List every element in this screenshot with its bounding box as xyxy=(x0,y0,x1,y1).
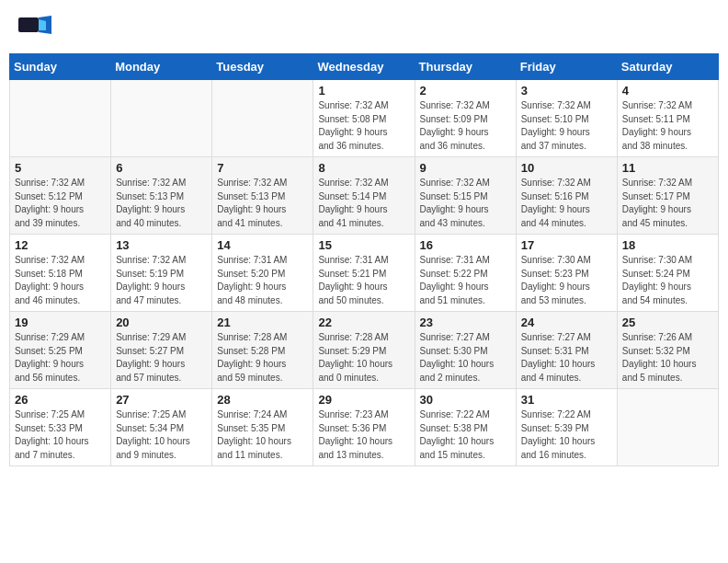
day-number: 5 xyxy=(15,161,106,175)
day-number: 7 xyxy=(217,161,308,175)
day-info: Sunrise: 7:23 AM Sunset: 5:36 PM Dayligh… xyxy=(318,408,409,462)
day-info: Sunrise: 7:32 AM Sunset: 5:19 PM Dayligh… xyxy=(116,254,207,307)
day-number: 22 xyxy=(318,316,409,329)
day-number: 19 xyxy=(15,316,106,329)
day-info: Sunrise: 7:31 AM Sunset: 5:21 PM Dayligh… xyxy=(318,254,409,307)
day-number: 2 xyxy=(420,84,511,98)
day-info: Sunrise: 7:32 AM Sunset: 5:13 PM Dayligh… xyxy=(217,177,308,230)
calendar-cell: 20Sunrise: 7:29 AM Sunset: 5:27 PM Dayli… xyxy=(111,312,212,389)
day-number: 8 xyxy=(318,161,409,175)
day-info: Sunrise: 7:32 AM Sunset: 5:12 PM Dayligh… xyxy=(15,177,106,230)
day-info: Sunrise: 7:32 AM Sunset: 5:08 PM Dayligh… xyxy=(318,99,409,153)
calendar-cell: 14Sunrise: 7:31 AM Sunset: 5:20 PM Dayli… xyxy=(212,235,313,312)
day-number: 15 xyxy=(318,238,409,252)
day-number: 1 xyxy=(318,84,409,98)
day-info: Sunrise: 7:32 AM Sunset: 5:17 PM Dayligh… xyxy=(622,177,713,230)
day-info: Sunrise: 7:28 AM Sunset: 5:28 PM Dayligh… xyxy=(217,331,308,385)
day-info: Sunrise: 7:30 AM Sunset: 5:24 PM Dayligh… xyxy=(622,254,713,307)
day-info: Sunrise: 7:32 AM Sunset: 5:10 PM Dayligh… xyxy=(521,99,612,153)
day-number: 27 xyxy=(116,393,207,407)
calendar-cell: 26Sunrise: 7:25 AM Sunset: 5:33 PM Dayli… xyxy=(10,389,111,466)
day-info: Sunrise: 7:26 AM Sunset: 5:32 PM Dayligh… xyxy=(622,331,713,385)
day-of-week-header: Friday xyxy=(516,54,617,80)
calendar-cell: 5Sunrise: 7:32 AM Sunset: 5:12 PM Daylig… xyxy=(10,157,111,235)
day-number: 18 xyxy=(622,238,713,252)
calendar-cell: 17Sunrise: 7:30 AM Sunset: 5:23 PM Dayli… xyxy=(516,235,617,312)
calendar-cell: 19Sunrise: 7:29 AM Sunset: 5:25 PM Dayli… xyxy=(10,312,111,389)
calendar-cell: 21Sunrise: 7:28 AM Sunset: 5:28 PM Dayli… xyxy=(212,312,313,389)
calendar-cell: 29Sunrise: 7:23 AM Sunset: 5:36 PM Dayli… xyxy=(313,389,415,466)
day-of-week-header: Monday xyxy=(111,54,212,80)
calendar-cell: 22Sunrise: 7:28 AM Sunset: 5:29 PM Dayli… xyxy=(313,312,415,389)
day-number: 3 xyxy=(521,84,612,98)
day-number: 12 xyxy=(15,238,106,252)
day-number: 9 xyxy=(420,161,511,175)
calendar-cell: 12Sunrise: 7:32 AM Sunset: 5:18 PM Dayli… xyxy=(10,235,111,312)
calendar-cell: 9Sunrise: 7:32 AM Sunset: 5:15 PM Daylig… xyxy=(415,157,516,235)
day-number: 30 xyxy=(420,393,511,407)
day-info: Sunrise: 7:25 AM Sunset: 5:34 PM Dayligh… xyxy=(116,408,207,462)
calendar-cell xyxy=(212,80,313,157)
day-number: 20 xyxy=(116,316,207,329)
calendar-cell xyxy=(10,80,111,157)
day-number: 10 xyxy=(521,161,612,175)
calendar-cell: 11Sunrise: 7:32 AM Sunset: 5:17 PM Dayli… xyxy=(617,157,718,235)
day-info: Sunrise: 7:32 AM Sunset: 5:14 PM Dayligh… xyxy=(318,177,409,230)
day-info: Sunrise: 7:25 AM Sunset: 5:33 PM Dayligh… xyxy=(15,408,106,462)
calendar-cell: 28Sunrise: 7:24 AM Sunset: 5:35 PM Dayli… xyxy=(212,389,313,466)
day-info: Sunrise: 7:28 AM Sunset: 5:29 PM Dayligh… xyxy=(318,331,409,385)
day-number: 6 xyxy=(116,161,207,175)
calendar-cell: 25Sunrise: 7:26 AM Sunset: 5:32 PM Dayli… xyxy=(617,312,718,389)
day-of-week-header: Sunday xyxy=(10,54,111,80)
calendar-cell: 31Sunrise: 7:22 AM Sunset: 5:39 PM Dayli… xyxy=(516,389,617,466)
calendar-cell: 1Sunrise: 7:32 AM Sunset: 5:08 PM Daylig… xyxy=(313,80,415,157)
calendar-cell: 30Sunrise: 7:22 AM Sunset: 5:38 PM Dayli… xyxy=(415,389,516,466)
calendar-cell: 7Sunrise: 7:32 AM Sunset: 5:13 PM Daylig… xyxy=(212,157,313,235)
day-number: 11 xyxy=(622,161,713,175)
calendar-cell: 23Sunrise: 7:27 AM Sunset: 5:30 PM Dayli… xyxy=(415,312,516,389)
calendar-cell: 4Sunrise: 7:32 AM Sunset: 5:11 PM Daylig… xyxy=(617,80,718,157)
page-header xyxy=(9,9,719,44)
calendar-cell: 3Sunrise: 7:32 AM Sunset: 5:10 PM Daylig… xyxy=(516,80,617,157)
day-of-week-header: Thursday xyxy=(415,54,516,80)
calendar-cell xyxy=(617,389,718,466)
day-number: 4 xyxy=(622,84,713,98)
day-number: 25 xyxy=(622,316,713,329)
day-number: 13 xyxy=(116,238,207,252)
calendar-cell: 2Sunrise: 7:32 AM Sunset: 5:09 PM Daylig… xyxy=(415,80,516,157)
day-info: Sunrise: 7:32 AM Sunset: 5:15 PM Dayligh… xyxy=(420,177,511,230)
calendar-cell: 13Sunrise: 7:32 AM Sunset: 5:19 PM Dayli… xyxy=(111,235,212,312)
calendar-table: SundayMondayTuesdayWednesdayThursdayFrid… xyxy=(9,53,719,466)
day-info: Sunrise: 7:22 AM Sunset: 5:38 PM Dayligh… xyxy=(420,408,511,462)
calendar-cell: 6Sunrise: 7:32 AM Sunset: 5:13 PM Daylig… xyxy=(111,157,212,235)
day-info: Sunrise: 7:32 AM Sunset: 5:13 PM Dayligh… xyxy=(116,177,207,230)
day-number: 16 xyxy=(420,238,511,252)
day-number: 21 xyxy=(217,316,308,329)
day-number: 17 xyxy=(521,238,612,252)
calendar-cell: 15Sunrise: 7:31 AM Sunset: 5:21 PM Dayli… xyxy=(313,235,415,312)
logo-icon xyxy=(18,14,51,40)
day-number: 14 xyxy=(217,238,308,252)
calendar-cell: 16Sunrise: 7:31 AM Sunset: 5:22 PM Dayli… xyxy=(415,235,516,312)
day-of-week-header: Wednesday xyxy=(313,54,415,80)
day-info: Sunrise: 7:32 AM Sunset: 5:09 PM Dayligh… xyxy=(420,99,511,153)
day-info: Sunrise: 7:32 AM Sunset: 5:18 PM Dayligh… xyxy=(15,254,106,307)
logo xyxy=(18,14,53,40)
day-of-week-header: Saturday xyxy=(617,54,718,80)
calendar-cell: 8Sunrise: 7:32 AM Sunset: 5:14 PM Daylig… xyxy=(313,157,415,235)
day-info: Sunrise: 7:32 AM Sunset: 5:16 PM Dayligh… xyxy=(521,177,612,230)
day-info: Sunrise: 7:29 AM Sunset: 5:25 PM Dayligh… xyxy=(15,331,106,385)
day-number: 31 xyxy=(521,393,612,407)
day-number: 29 xyxy=(318,393,409,407)
calendar-cell: 10Sunrise: 7:32 AM Sunset: 5:16 PM Dayli… xyxy=(516,157,617,235)
day-number: 28 xyxy=(217,393,308,407)
day-info: Sunrise: 7:27 AM Sunset: 5:30 PM Dayligh… xyxy=(420,331,511,385)
day-info: Sunrise: 7:32 AM Sunset: 5:11 PM Dayligh… xyxy=(622,99,713,153)
svg-marker-2 xyxy=(39,19,46,30)
day-number: 24 xyxy=(521,316,612,329)
calendar-cell: 24Sunrise: 7:27 AM Sunset: 5:31 PM Dayli… xyxy=(516,312,617,389)
calendar-cell xyxy=(111,80,212,157)
svg-rect-0 xyxy=(18,17,39,32)
day-of-week-header: Tuesday xyxy=(212,54,313,80)
day-info: Sunrise: 7:22 AM Sunset: 5:39 PM Dayligh… xyxy=(521,408,612,462)
